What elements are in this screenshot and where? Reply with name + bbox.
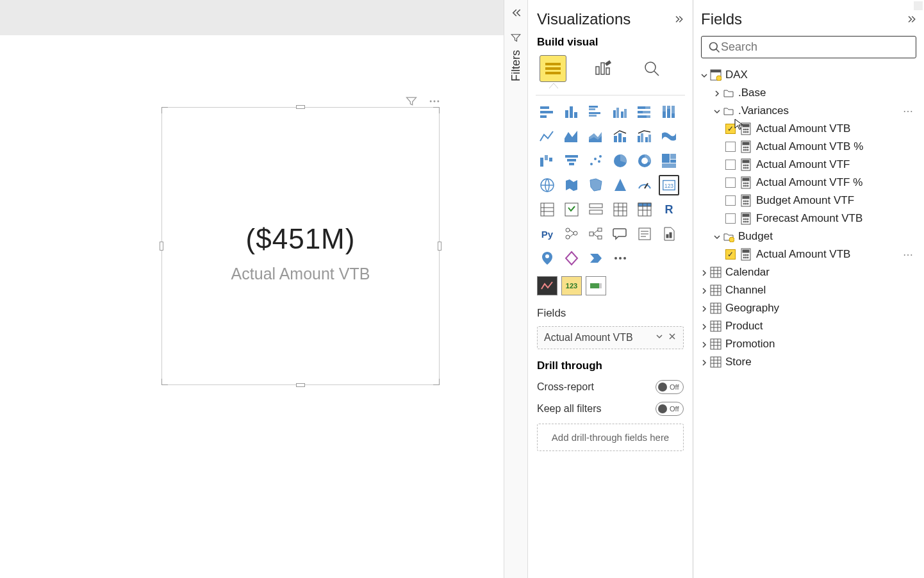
remove-field-icon[interactable]: [668, 332, 677, 343]
r-visual-icon[interactable]: R: [659, 199, 679, 220]
expand-pane-icon[interactable]: [905, 13, 916, 25]
custom-visual-3[interactable]: [586, 276, 606, 295]
smart-narrative-icon[interactable]: [634, 224, 655, 244]
hundred-stacked-bar-icon[interactable]: [634, 102, 655, 122]
chevron-down-icon[interactable]: [655, 332, 664, 343]
field-checkbox[interactable]: [725, 195, 736, 206]
card-visual[interactable]: ($451M) Actual Amount VTB: [161, 107, 440, 385]
key-influencers-icon[interactable]: [561, 224, 582, 244]
more-options-icon[interactable]: ⋯: [903, 105, 914, 117]
resize-handle[interactable]: [161, 376, 170, 385]
map-icon[interactable]: [537, 175, 557, 195]
filter-icon[interactable]: [405, 95, 418, 108]
hundred-stacked-column-icon[interactable]: [659, 102, 679, 122]
waterfall-chart-icon[interactable]: [537, 151, 557, 171]
tree-folder-budget[interactable]: Budget: [698, 227, 919, 245]
tree-table-store[interactable]: Store: [698, 353, 919, 371]
field-checkbox[interactable]: [725, 142, 736, 152]
svg-point-109: [743, 165, 745, 166]
field-well[interactable]: Actual Amount VTB: [537, 326, 684, 349]
decomposition-tree-icon[interactable]: [586, 224, 606, 244]
scatter-chart-icon[interactable]: [586, 151, 606, 171]
search-input[interactable]: [721, 40, 909, 54]
tree-table-product[interactable]: Product: [698, 317, 919, 335]
expand-filters-icon[interactable]: [509, 6, 522, 19]
more-options-icon[interactable]: [427, 95, 440, 108]
paginated-report-icon[interactable]: [659, 224, 679, 244]
multi-row-card-icon[interactable]: [537, 199, 557, 220]
treemap-icon[interactable]: [659, 151, 679, 171]
more-options-icon[interactable]: ⋯: [903, 249, 914, 261]
svg-rect-42: [648, 135, 651, 142]
line-clustered-column-icon[interactable]: [634, 126, 655, 147]
report-canvas[interactable]: ($451M) Actual Amount VTB: [0, 0, 504, 578]
tree-field-actual-vtb-pct[interactable]: Actual Amount VTB %: [698, 138, 919, 156]
stacked-bar-chart-icon[interactable]: [537, 102, 557, 122]
shape-map-icon[interactable]: [586, 175, 606, 195]
tree-field-actual-vtf-pct[interactable]: Actual Amount VTF %: [698, 174, 919, 192]
keep-filters-toggle[interactable]: Off: [656, 402, 684, 416]
field-checkbox[interactable]: [725, 249, 736, 260]
card-visual-icon[interactable]: 123: [659, 175, 679, 195]
filled-map-icon[interactable]: [561, 175, 582, 195]
analytics-tab[interactable]: [638, 55, 665, 82]
tree-field-actual-vtf[interactable]: Actual Amount VTF: [698, 156, 919, 174]
resize-handle[interactable]: [296, 105, 305, 109]
field-checkbox[interactable]: [725, 178, 736, 188]
drill-through-dropzone[interactable]: Add drill-through fields here: [537, 424, 684, 451]
area-chart-icon[interactable]: [561, 126, 582, 147]
arcgis-map-icon[interactable]: [537, 248, 557, 268]
matrix-icon[interactable]: [634, 199, 655, 220]
pie-chart-icon[interactable]: [610, 151, 631, 171]
build-visual-tab[interactable]: [540, 55, 566, 82]
fields-search[interactable]: [701, 36, 916, 58]
filters-pane-collapsed[interactable]: Filters: [504, 0, 528, 578]
field-checkbox[interactable]: [725, 160, 736, 170]
tree-table-channel[interactable]: Channel: [698, 281, 919, 299]
resize-handle[interactable]: [431, 107, 440, 116]
slicer-icon[interactable]: [586, 199, 606, 220]
qa-visual-icon[interactable]: [610, 224, 631, 244]
tree-field-actual-vtb[interactable]: Actual Amount VTB: [698, 120, 919, 138]
tree-table-geography[interactable]: Geography: [698, 299, 919, 317]
power-automate-icon[interactable]: [586, 248, 606, 268]
gauge-icon[interactable]: [634, 175, 655, 195]
ribbon-chart-icon[interactable]: [659, 126, 679, 147]
svg-point-95: [747, 129, 748, 130]
kpi-icon[interactable]: [561, 199, 582, 220]
power-apps-icon[interactable]: [561, 248, 582, 268]
field-checkbox[interactable]: [725, 213, 736, 224]
table-icon[interactable]: [610, 199, 631, 220]
format-visual-tab[interactable]: [589, 55, 616, 82]
tree-folder-variances[interactable]: .Variances ⋯: [698, 102, 919, 120]
svg-point-129: [745, 203, 747, 204]
azure-map-icon[interactable]: [610, 175, 631, 195]
expand-pane-icon[interactable]: [672, 13, 684, 25]
clustered-column-chart-icon[interactable]: [610, 102, 631, 122]
stacked-area-chart-icon[interactable]: [586, 126, 606, 147]
custom-visual-1[interactable]: [537, 276, 557, 295]
line-chart-icon[interactable]: [537, 126, 557, 147]
donut-chart-icon[interactable]: [634, 151, 655, 171]
tree-field-budget-vtf[interactable]: Budget Amount VTF: [698, 192, 919, 210]
resize-handle[interactable]: [296, 383, 305, 387]
cross-report-toggle[interactable]: Off: [656, 380, 684, 394]
tree-field-budget-actual-vtb[interactable]: Actual Amount VTB ⋯: [698, 245, 919, 263]
stacked-column-chart-icon[interactable]: [561, 102, 582, 122]
custom-visual-2[interactable]: 123: [561, 276, 582, 295]
clustered-bar-chart-icon[interactable]: [586, 102, 606, 122]
tree-table-dax[interactable]: DAX: [698, 66, 919, 84]
tree-folder-base[interactable]: .Base: [698, 84, 919, 102]
tree-table-calendar[interactable]: Calendar: [698, 263, 919, 281]
resize-handle[interactable]: [161, 107, 170, 116]
resize-handle[interactable]: [431, 376, 440, 385]
visualizations-pane: Visualizations Build visual: [528, 0, 693, 578]
svg-point-138: [747, 221, 748, 222]
tree-field-forecast-vtb[interactable]: Forecast Amount VTB: [698, 210, 919, 227]
field-checkbox[interactable]: [725, 124, 736, 134]
line-stacked-column-icon[interactable]: [610, 126, 631, 147]
tree-table-promotion[interactable]: Promotion: [698, 335, 919, 353]
more-visuals-icon[interactable]: [610, 248, 631, 268]
python-visual-icon[interactable]: Py: [537, 224, 557, 244]
funnel-chart-icon[interactable]: [561, 151, 582, 171]
